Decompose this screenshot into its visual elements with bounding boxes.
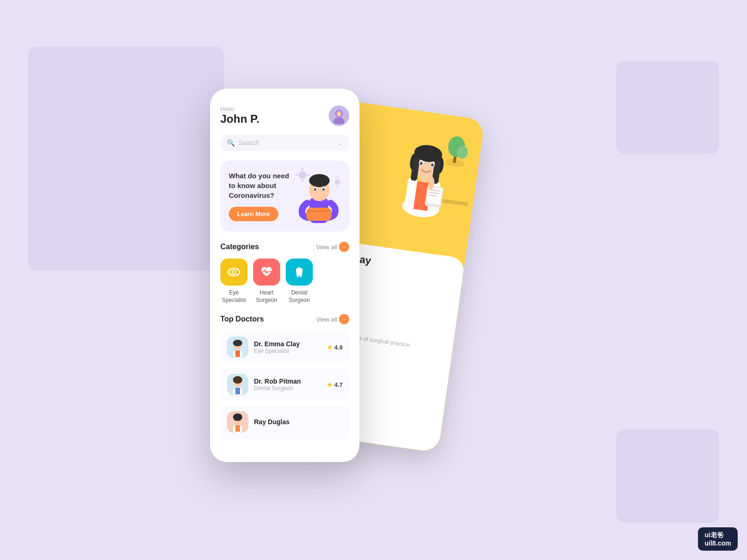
top-doctors-title: Top Doctors <box>220 315 264 323</box>
categories-row: EyeSpecialist HeartSurgeon <box>220 259 349 304</box>
doctor-rating-emma: ★ 4.9 <box>327 343 343 351</box>
svg-point-39 <box>309 174 330 187</box>
doctor-card-emma[interactable]: Dr. Emma Clay Eye Specialist ★ 4.9 <box>220 331 349 364</box>
banner-card: What do you need to know about Coronavir… <box>220 161 349 231</box>
bg-decoration-tl <box>28 47 224 271</box>
phones-container: ⌐ <box>210 89 537 471</box>
svg-rect-56 <box>235 388 240 394</box>
search-placeholder: Search <box>239 139 333 147</box>
categories-view-all-arrow-icon: › <box>339 242 349 252</box>
doctor-avatar-emma <box>227 336 248 358</box>
doctors-view-all-arrow-icon: › <box>339 314 349 324</box>
watermark-line1: ui老爸 <box>705 531 731 539</box>
doctor-avatar-ray <box>227 411 248 433</box>
sick-person-illustration <box>293 161 349 231</box>
doctor-rating-rob: ★ 4.7 <box>327 381 343 388</box>
watermark-line2: uil8.com <box>705 539 731 547</box>
dental-surgeon-label: DentalSurgeon <box>289 289 310 304</box>
doctor-name-rob: Dr. Rob Pitman <box>254 378 321 385</box>
doctors-view-all-label: View all <box>316 316 337 323</box>
categories-view-all[interactable]: View all › <box>316 242 349 252</box>
search-icon: 🔍 <box>227 139 235 147</box>
rating-value-rob: 4.7 <box>334 381 343 388</box>
search-bar[interactable]: 🔍 Search ⌄ <box>220 134 349 151</box>
svg-point-33 <box>335 179 340 185</box>
doctor-card-ray[interactable]: Ray Duglas <box>220 406 349 439</box>
svg-rect-51 <box>235 350 240 357</box>
phone-front: Hello John P. 🔍 Search ⌄ <box>210 89 359 462</box>
svg-point-46 <box>233 271 235 273</box>
doctor-info-rob: Dr. Rob Pitman Dental Surgeon <box>254 378 321 392</box>
avatar[interactable] <box>329 105 349 126</box>
svg-point-43 <box>323 188 325 191</box>
watermark: ui老爸 uil8.com <box>698 527 738 551</box>
doctor-illustration <box>371 116 479 239</box>
categories-title: Categories <box>220 243 259 251</box>
heart-surgeon-icon-box <box>253 259 280 286</box>
learn-more-button[interactable]: Learn More <box>229 207 278 221</box>
svg-rect-61 <box>235 425 240 432</box>
header: Hello John P. <box>220 105 349 126</box>
categories-section-header: Categories View all › <box>220 242 349 252</box>
doctors-view-all[interactable]: View all › <box>316 314 349 324</box>
doctor-info-emma: Dr. Emma Clay Eye Specialist <box>254 340 321 354</box>
category-item-eye[interactable]: EyeSpecialist <box>220 259 247 304</box>
svg-point-27 <box>333 118 345 124</box>
doctor-specialty-rob: Dental Surgeon <box>254 385 321 392</box>
svg-point-59 <box>233 413 242 421</box>
hello-label: Hello <box>220 105 260 112</box>
doctor-specialty-emma: Eye Specialist <box>254 348 321 354</box>
svg-point-28 <box>299 171 306 179</box>
svg-point-42 <box>314 188 317 191</box>
search-chevron-icon: ⌄ <box>337 139 343 147</box>
dental-surgeon-icon-box <box>286 259 313 286</box>
categories-view-all-label: View all <box>316 244 337 251</box>
doctor-avatar-rob <box>227 374 248 395</box>
star-icon-emma: ★ <box>327 343 333 351</box>
banner-text: What do you need to know about Coronavir… <box>229 171 290 200</box>
bg-decoration-br <box>616 429 719 523</box>
eye-specialist-label: EyeSpecialist <box>222 289 246 304</box>
user-name: John P. <box>220 112 260 126</box>
svg-point-26 <box>337 111 341 117</box>
svg-rect-37 <box>306 208 331 221</box>
svg-point-54 <box>233 376 242 384</box>
star-icon-rob: ★ <box>327 381 333 388</box>
rating-value-emma: 4.9 <box>334 344 343 351</box>
heart-surgeon-label: HeartSurgeon <box>256 289 277 304</box>
doctor-name-emma: Dr. Emma Clay <box>254 340 321 348</box>
doctor-card-rob[interactable]: Dr. Rob Pitman Dental Surgeon ★ 4.7 <box>220 368 349 401</box>
top-doctors-section-header: Top Doctors View all › <box>220 314 349 324</box>
eye-specialist-icon-box <box>220 259 247 286</box>
svg-point-49 <box>233 340 242 346</box>
category-item-dental[interactable]: DentalSurgeon <box>286 259 313 304</box>
category-item-heart[interactable]: HeartSurgeon <box>253 259 280 304</box>
doctor-list: Dr. Emma Clay Eye Specialist ★ 4.9 <box>220 331 349 439</box>
doctor-name-ray: Ray Duglas <box>254 418 343 426</box>
doctor-info-ray: Ray Duglas <box>254 418 343 426</box>
bg-decoration-tr <box>616 61 719 154</box>
